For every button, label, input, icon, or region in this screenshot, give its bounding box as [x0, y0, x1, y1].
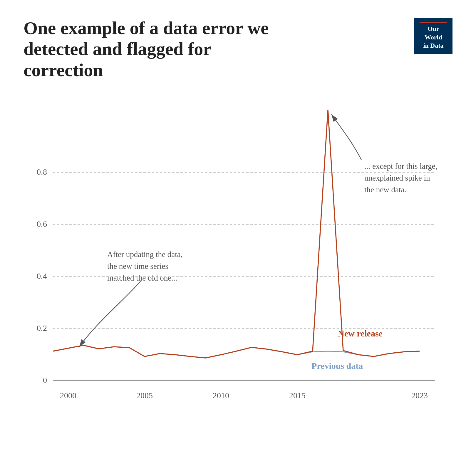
annotation-right-line3: the new data.: [364, 185, 406, 194]
x-label-2000: 2000: [60, 391, 76, 400]
logo-text-line2: in Data: [423, 42, 443, 49]
y-label-04: 0.4: [37, 271, 47, 281]
annotation-left-line2: the new time series: [107, 262, 168, 271]
arrow-right: [331, 114, 361, 160]
new-release-line: [53, 110, 420, 358]
arrow-left: [79, 281, 141, 347]
y-label-06: 0.6: [37, 219, 47, 229]
annotation-right-line2: unexplained spike in: [364, 174, 430, 182]
x-label-2023: 2023: [411, 391, 428, 400]
annotation-right-line1: ... except for this large,: [364, 162, 437, 171]
logo-text-line1: Our World: [425, 25, 442, 41]
previous-data-label: Previous data: [311, 361, 363, 371]
x-label-2015: 2015: [289, 391, 306, 400]
chart-area: .axis-label { font-family: Georgia, seri…: [24, 92, 452, 416]
x-label-2010: 2010: [213, 391, 229, 400]
annotation-left-line3: matched the old one...: [107, 274, 177, 282]
logo-accent-line: [420, 22, 447, 23]
y-label-0: 0: [43, 376, 47, 385]
owid-logo: Our World in Data: [414, 18, 452, 54]
page-container: One example of a data error we detected …: [0, 0, 476, 450]
annotation-left-line1: After updating the data,: [107, 250, 182, 259]
y-label-02: 0.2: [37, 324, 47, 333]
y-label-08: 0.8: [37, 167, 47, 176]
page-title: One example of a data error we detected …: [24, 18, 288, 81]
x-label-2005: 2005: [136, 391, 153, 400]
chart-svg: .axis-label { font-family: Georgia, seri…: [24, 92, 452, 416]
new-release-label: New release: [338, 329, 383, 338]
